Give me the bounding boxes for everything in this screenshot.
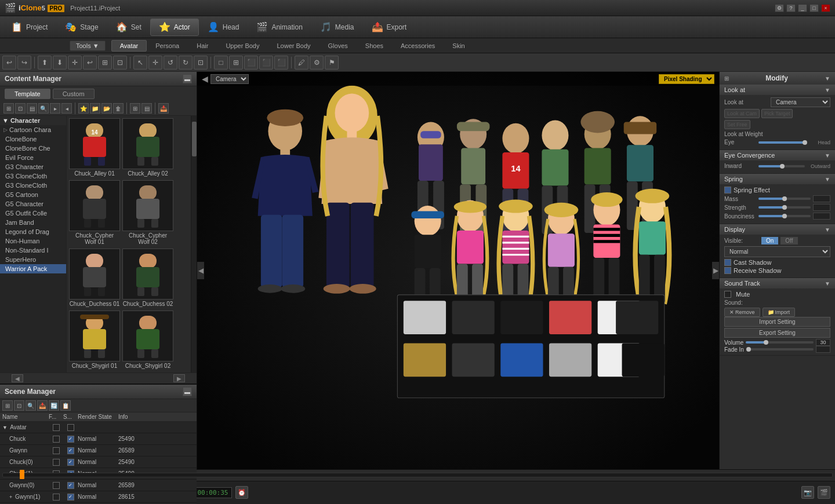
volume-thumb[interactable] [764, 340, 768, 345]
sub-tab-upper-body[interactable]: Upper Body [217, 40, 268, 52]
sm-row-avatar[interactable]: ▼ Avatar [0, 422, 197, 433]
sub-tab-avatar[interactable]: Avatar [111, 40, 147, 52]
cm-btn-3[interactable]: ▤ [27, 103, 37, 114]
strength-track[interactable] [758, 206, 811, 209]
cast-shadow-checkbox[interactable] [724, 259, 731, 266]
modify-expand-btn[interactable]: ⊞ [724, 75, 729, 82]
mass-track[interactable] [758, 198, 811, 200]
sub-tab-accessories[interactable]: Accessories [392, 40, 444, 52]
strength-thumb[interactable] [782, 205, 787, 210]
spring-expand[interactable]: ▼ [825, 176, 830, 182]
tl-film-btn[interactable]: 🎬 [818, 486, 830, 499]
eye-slider-track[interactable] [758, 141, 805, 144]
pivot-btn[interactable]: ✛ [148, 56, 162, 70]
tree-item-cartoon[interactable]: ▷Cartoon Chara [0, 125, 66, 134]
thumbnail-chuck-cypher-02[interactable]: Chuck_Cypher Wolf 02 [122, 180, 173, 246]
eye-conv-track[interactable] [758, 165, 805, 167]
move-btn[interactable]: ✛ [68, 56, 82, 70]
nav-tab-export[interactable]: 📤 Export [363, 19, 416, 36]
volume-input[interactable] [816, 339, 830, 346]
scroll-right-btn[interactable]: ▶ [173, 374, 185, 382]
view1-btn[interactable]: □ [214, 56, 228, 70]
cm-btn-8[interactable]: 📁 [90, 103, 100, 114]
cm-btn-12[interactable]: ▤ [141, 103, 152, 114]
tree-item-evil-force[interactable]: Evil Force [0, 153, 66, 162]
viewport-panel-right-arrow[interactable]: ▶ [712, 262, 719, 279]
cm-btn-1[interactable]: ⊞ [3, 103, 14, 114]
sm-btn-3[interactable]: 🔍 [26, 400, 36, 411]
content-manager-scrollbar[interactable] [191, 116, 197, 372]
sm-f-check-gwynn0[interactable] [53, 482, 60, 489]
sub-tab-lower-body[interactable]: Lower Body [268, 40, 319, 52]
receive-shadow-checkbox[interactable] [724, 267, 731, 274]
mute-checkbox[interactable] [724, 291, 731, 298]
visible-on-btn[interactable]: On [761, 237, 778, 244]
tl-clock-btn[interactable]: ⏰ [235, 486, 248, 499]
sm-btn-2[interactable]: ⊡ [14, 400, 24, 411]
thumbnail-chuck-alley-02[interactable]: Chuck_Alley 02 [122, 118, 173, 178]
tree-item-g5-char[interactable]: G5 Character [0, 199, 66, 209]
view4-btn[interactable]: ⬛ [259, 56, 273, 70]
sm-btn-1[interactable]: ⊞ [2, 400, 13, 411]
cm-btn-9[interactable]: 📂 [101, 103, 112, 114]
mass-thumb[interactable] [782, 196, 787, 201]
sm-btn-5[interactable]: 🔄 [49, 400, 59, 411]
cm-import-btn[interactable]: 📥 [158, 103, 169, 114]
tree-item-superhero[interactable]: SuperHero [0, 255, 66, 264]
camera-selector[interactable]: Camera [210, 74, 249, 84]
template-tab[interactable]: Template [5, 89, 50, 99]
viewport-left-collapse[interactable]: ◀ [202, 74, 208, 83]
sm-row-gwynn[interactable]: Gwynn Normal 26589 [0, 445, 197, 456]
look-at-cam-btn[interactable]: Look at Cam [724, 109, 760, 118]
rotate-btn[interactable]: ↩ [83, 56, 97, 70]
close-btn[interactable]: × [821, 4, 830, 12]
thumbnail-chuck-alley-01[interactable]: 14 Chuck_Alley 01 [69, 118, 120, 178]
scene-manager-collapse-btn[interactable]: ▬ [183, 387, 192, 396]
nav-tab-set[interactable]: 🏠 Set [107, 19, 150, 36]
sm-f-check-chuck0[interactable] [53, 459, 60, 466]
sm-s-check-chuck[interactable] [67, 436, 74, 443]
strength-input[interactable] [813, 204, 830, 211]
timeline-bar[interactable] [2, 473, 833, 477]
thumbnail-chuck-cypher-01[interactable]: Chuck_Cypher Wolf 01 [69, 180, 120, 246]
scroll-left-btn[interactable]: ◀ [12, 374, 23, 382]
help-icon[interactable]: ? [786, 4, 796, 12]
display-expand[interactable]: ▼ [825, 227, 830, 233]
draw-btn[interactable]: 🖊 [295, 56, 308, 70]
fade-in-track[interactable] [746, 348, 814, 350]
move-up-btn[interactable]: ⬆ [38, 56, 52, 70]
tree-item-g3-char[interactable]: G3 Character [0, 162, 66, 171]
viewport[interactable]: 14 [197, 72, 719, 469]
sm-row-chuck[interactable]: Chuck Normal 25490 [0, 433, 197, 445]
view3-btn[interactable]: ⬛ [244, 56, 258, 70]
sub-tab-skin[interactable]: Skin [444, 40, 473, 52]
view2-btn[interactable]: ⊞ [229, 56, 243, 70]
view5-btn[interactable]: ⬛ [274, 56, 288, 70]
tree-item-g5-outfit[interactable]: G5 Outfit Colle [0, 209, 66, 218]
tree-item-g5-cartoon[interactable]: G5 Cartoon [0, 190, 66, 199]
frame-btn[interactable]: ⊡ [194, 56, 208, 70]
cm-btn-7[interactable]: ⭐ [78, 103, 89, 114]
thumbnail-chuck-shygirl-02[interactable]: Chuck_Shygirl 02 [122, 311, 173, 370]
fade-in-input[interactable] [816, 346, 830, 353]
nav-tab-stage[interactable]: 🎭 Stage [56, 19, 107, 36]
import-setting-btn[interactable]: Import Setting [724, 317, 830, 327]
move-down-btn[interactable]: ⬇ [53, 56, 67, 70]
scale-btn[interactable]: ⊞ [98, 56, 112, 70]
sound-expand[interactable]: ▼ [825, 280, 830, 287]
scroll-thumb[interactable] [192, 122, 197, 156]
spin-r-btn[interactable]: ↻ [179, 56, 193, 70]
sm-s-check-gwynn[interactable] [67, 447, 74, 454]
tree-item-g3-clone1[interactable]: G3 CloneCloth [0, 171, 66, 181]
settings-icon[interactable]: ⚙ [775, 4, 784, 12]
custom-tab[interactable]: Custom [53, 89, 95, 99]
tree-item-jam-band[interactable]: Jam Band [0, 218, 66, 227]
eye-slider-thumb[interactable] [803, 140, 807, 145]
sm-f-check-gwynn1[interactable] [53, 494, 60, 501]
spring-effect-checkbox[interactable] [724, 187, 731, 193]
sm-row-gwynn1[interactable]: + Gwynn(1) Normal 28615 [0, 491, 197, 503]
cm-btn-4[interactable]: 🔍 [38, 103, 49, 114]
sm-s-check-chuck0[interactable] [67, 459, 74, 466]
sub-tab-hair[interactable]: Hair [188, 40, 217, 52]
timeline-position[interactable] [20, 470, 24, 479]
